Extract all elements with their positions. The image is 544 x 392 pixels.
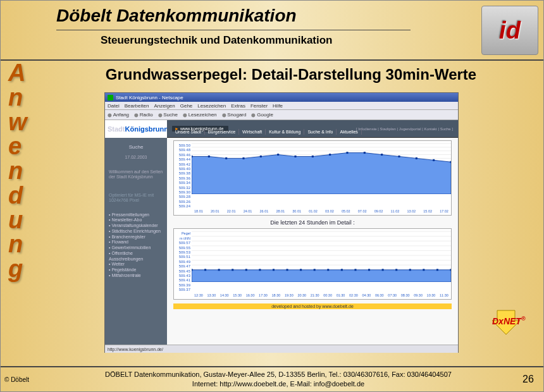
svg-rect-43 (192, 269, 193, 271)
slide-title: Grundwasserpegel: Detail-Darstellung 30m… (1, 61, 543, 87)
browser-statusbar: http://www.koenigsbrunn.de/ (105, 345, 458, 353)
dxnet-arrow-icon: DxNET® (492, 309, 520, 334)
netscape-icon (108, 95, 113, 101)
chart-subtitle: Die letzten 24 Stunden im Detail : (173, 219, 452, 226)
content: Grundwasserpegel: Detail-Darstellung 30m… (1, 61, 543, 367)
svg-rect-28 (416, 157, 417, 159)
svg-rect-60 (423, 269, 424, 271)
sidebar-links: PressemitteilungenNewsletter-AboVeransta… (109, 212, 163, 279)
svg-rect-29 (433, 159, 435, 161)
svg-rect-55 (354, 269, 356, 271)
svg-rect-30 (450, 161, 451, 163)
footer-contact: DÖBELT Datenkommunikation, Gustav-Meyer-… (44, 370, 513, 389)
svg-marker-42 (192, 270, 451, 282)
logo-glyph: id (481, 6, 538, 55)
site-logo: StadtKönigsbrunn (105, 120, 167, 138)
browser-body: StadtKönigsbrunn Suche 17.02.2003 Willko… (105, 120, 458, 345)
svg-rect-57 (382, 269, 384, 271)
chart-bottom-xaxis: 12:3013:3014:3015:3016:3017:3018:3019:30… (192, 293, 451, 299)
product-badge: DxNET® (484, 309, 528, 334)
chart-top: 509.50509.48509.46509.44509.42509.40509.… (173, 140, 452, 216)
svg-rect-49 (273, 269, 275, 271)
chart-bottom: Pegel m üNN 509.57509.55509.53509.51509.… (173, 228, 452, 299)
svg-rect-48 (259, 269, 261, 271)
chart-bottom-yaxis: Pegel m üNN 509.57509.55509.53509.51509.… (174, 229, 192, 292)
svg-rect-16 (208, 156, 210, 157)
product-name: DxNET® (492, 315, 520, 326)
svg-rect-45 (218, 269, 220, 271)
sidebar-search-label: Suche (109, 144, 163, 150)
svg-rect-19 (260, 156, 262, 157)
svg-rect-50 (287, 269, 288, 271)
browser-menu: DateiBearbeitenAnzeigenGeheLesezeichenEx… (105, 102, 458, 110)
svg-rect-23 (329, 154, 331, 156)
chart-area: 509.50509.48509.46509.44509.42509.40509.… (167, 138, 458, 309)
svg-marker-14 (192, 153, 451, 194)
company-logo: id (476, 1, 543, 59)
svg-rect-21 (294, 156, 296, 157)
svg-rect-27 (398, 156, 400, 157)
svg-rect-18 (242, 157, 244, 159)
svg-rect-53 (327, 269, 329, 271)
chart-top-xaxis: 18.0120.0122.0124.0126.0128.0130.0101.02… (192, 209, 451, 215)
svg-rect-25 (364, 152, 366, 154)
company-subtitle: Steuerungstechnik und Datenkommunikation (56, 34, 476, 47)
svg-rect-56 (368, 269, 370, 271)
svg-rect-17 (225, 157, 227, 159)
header-rule (56, 30, 411, 30)
svg-rect-51 (300, 269, 302, 271)
svg-rect-54 (341, 269, 343, 271)
svg-rect-52 (314, 269, 316, 271)
svg-rect-61 (436, 269, 438, 271)
footer-copyright: © Döbelt (1, 376, 44, 383)
svg-rect-26 (381, 154, 383, 156)
footer: © Döbelt DÖBELT Datenkommunikation, Gust… (1, 366, 543, 391)
developed-by: developed and hosted by www.doebelt.de (173, 303, 452, 309)
svg-rect-58 (395, 269, 397, 271)
navbar-top-links: [ Infodienste | Stadtplan | Jugendportal… (356, 127, 453, 131)
svg-rect-62 (450, 269, 451, 271)
chart-top-plot (192, 141, 451, 194)
sidebar-vertical-label: Anwendung (8, 61, 27, 281)
browser-toolbar: AnfangRadioSucheLesezeichenSnogardGoogle (105, 110, 458, 120)
svg-rect-44 (204, 269, 206, 271)
sidebar-date: 17.02.2003 (109, 155, 163, 159)
site-main: www.koenigsbrunn.de [ Infodienste | Stad… (167, 120, 458, 345)
svg-rect-47 (245, 269, 247, 271)
chart-bottom-plot (192, 229, 451, 282)
sidebar-optimized: Optimiert für MS-IE mit 1024x768 Pixel (109, 193, 163, 204)
header: Döbelt Datenkommunikation Steuerungstech… (1, 1, 543, 61)
site-sidebar: StadtKönigsbrunn Suche 17.02.2003 Willko… (105, 120, 167, 345)
window-title: Stadt Königsbrunn - Netscape (116, 95, 183, 101)
svg-rect-46 (232, 269, 233, 271)
navbar-menu: Unsere StadtBürgerserviceWirtschaftKultu… (172, 129, 362, 135)
company-title: Döbelt Datenkommunikation (56, 6, 476, 26)
svg-rect-24 (346, 152, 348, 154)
sidebar-welcome: Willkommen auf den Seiten der Stadt Köni… (109, 169, 163, 180)
browser-titlebar: Stadt Königsbrunn - Netscape (105, 93, 458, 102)
svg-rect-20 (277, 154, 279, 156)
page-number: 26 (513, 374, 543, 385)
svg-rect-59 (409, 269, 411, 271)
chart-top-yaxis: 509.50509.48509.46509.44509.42509.40509.… (174, 141, 192, 209)
slide: Döbelt Datenkommunikation Steuerungstech… (0, 0, 544, 392)
svg-rect-22 (312, 156, 314, 157)
browser-screenshot: Stadt Königsbrunn - Netscape DateiBearbe… (104, 92, 459, 353)
svg-rect-15 (192, 156, 193, 157)
